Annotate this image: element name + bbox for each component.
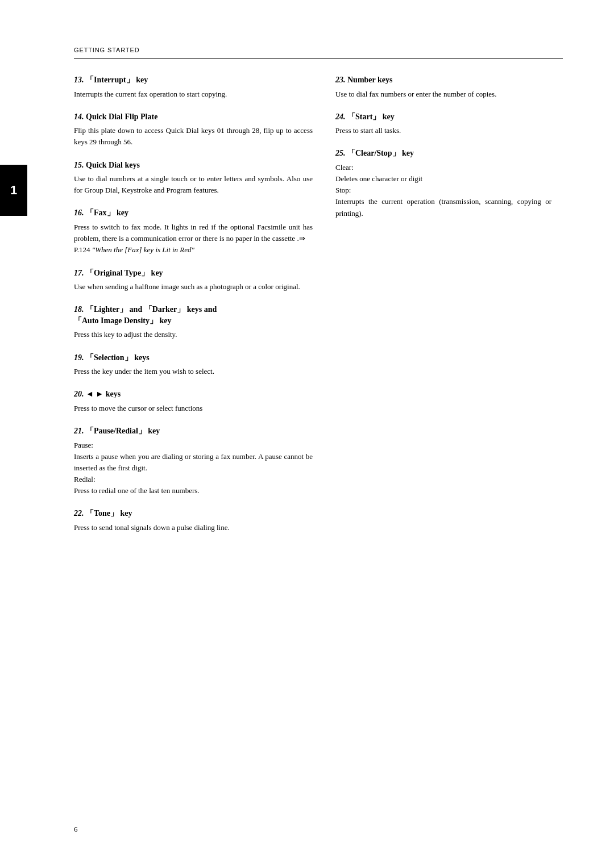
section-25: 25. 「Clear/Stop」 key Clear: Deletes one … (335, 148, 551, 219)
section-25-body: Clear: Deletes one character or digit St… (335, 162, 551, 219)
section-16: 16. 「Fax」 key Press to switch to fax mod… (74, 207, 313, 256)
section-14: 14. Quick Dial Flip Plate Flip this plat… (74, 111, 313, 148)
section-20-title: 20. ◄ ► keys (74, 389, 313, 400)
section-13-body: Interrupts the current fax operation to … (74, 89, 313, 100)
section-24-title: 24. 「Start」 key (335, 111, 551, 123)
section-13: 13. 「Interrupt」 key Interrupts the curre… (74, 74, 313, 100)
section-19-title: 19. 「Selection」 keys (74, 352, 313, 364)
section-15: 15. Quick Dial keys Use to dial numbers … (74, 160, 313, 197)
section-13-title: 13. 「Interrupt」 key (74, 74, 313, 86)
page-header: Getting Started (74, 45, 563, 59)
section-22-title: 22. 「Tone」 key (74, 508, 313, 519)
section-21-title: 21. 「Pause/Redial」 key (74, 425, 313, 437)
section-22: 22. 「Tone」 key Press to send tonal signa… (74, 508, 313, 533)
page-number: 6 (74, 825, 78, 834)
section-18: 18. 「Lighter」 and 「Darker」 keys and 「Aut… (74, 304, 313, 340)
section-20: 20. ◄ ► keys Press to move the cursor or… (74, 389, 313, 414)
section-17-body: Use when sending a halftone image such a… (74, 281, 313, 293)
section-19: 19. 「Selection」 keys Press the key under… (74, 352, 313, 378)
section-20-body: Press to move the cursor or select funct… (74, 403, 313, 414)
section-18-body: Press this key to adjust the density. (74, 329, 313, 340)
section-23-body: Use to dial fax numbers or enter the num… (335, 89, 551, 100)
section-23: 23. Number keys Use to dial fax numbers … (335, 74, 551, 100)
section-15-title: 15. Quick Dial keys (74, 160, 313, 171)
section-17: 17. 「Original Type」 key Use when sending… (74, 268, 313, 293)
section-15-body: Use to dial numbers at a single touch or… (74, 173, 313, 196)
header-section-label: Getting Started (74, 47, 139, 53)
section-16-body: Press to switch to fax mode. It lights i… (74, 222, 313, 256)
side-tab: 1 (0, 165, 27, 216)
section-14-body: Flip this plate down to access Quick Dia… (74, 125, 313, 148)
content-columns: 13. 「Interrupt」 key Interrupts the curre… (74, 74, 563, 545)
right-column: 23. Number keys Use to dial fax numbers … (335, 74, 551, 545)
section-24: 24. 「Start」 key Press to start all tasks… (335, 111, 551, 137)
section-25-title: 25. 「Clear/Stop」 key (335, 148, 551, 159)
section-16-title: 16. 「Fax」 key (74, 207, 313, 219)
page: 1 Getting Started 13. 「Interrupt」 key In… (0, 0, 614, 868)
side-tab-label: 1 (10, 183, 17, 198)
section-22-body: Press to send tonal signals down a pulse… (74, 522, 313, 533)
section-21: 21. 「Pause/Redial」 key Pause: Inserts a … (74, 425, 313, 496)
section-24-body: Press to start all tasks. (335, 125, 551, 136)
section-19-body: Press the key under the item you wish to… (74, 366, 313, 377)
left-column: 13. 「Interrupt」 key Interrupts the curre… (74, 74, 313, 545)
section-23-title: 23. Number keys (335, 74, 551, 86)
section-14-title: 14. Quick Dial Flip Plate (74, 111, 313, 123)
section-18-title: 18. 「Lighter」 and 「Darker」 keys and 「Aut… (74, 304, 313, 326)
section-21-body: Pause: Inserts a pause when you are dial… (74, 440, 313, 497)
section-17-title: 17. 「Original Type」 key (74, 268, 313, 279)
